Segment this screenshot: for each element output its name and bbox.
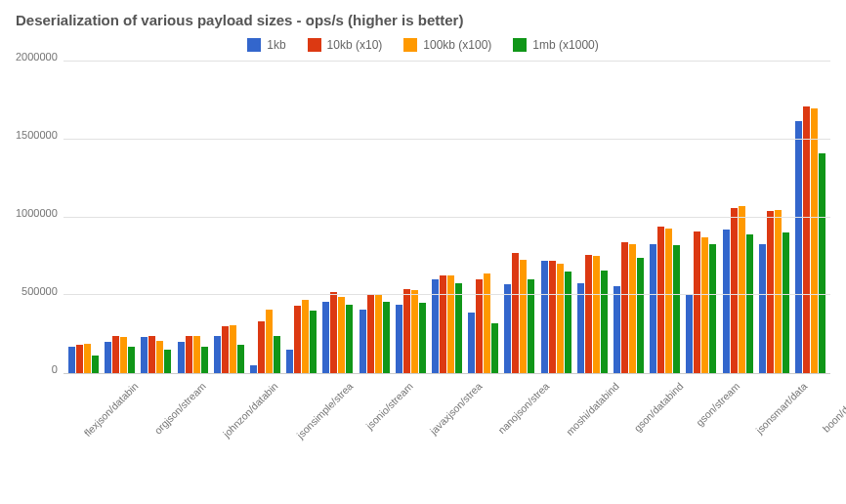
bar-group xyxy=(756,62,792,373)
bar xyxy=(694,231,700,373)
bar xyxy=(504,284,511,373)
legend-swatch xyxy=(513,38,527,52)
bar xyxy=(795,121,802,373)
bar xyxy=(759,244,766,373)
bar xyxy=(148,336,155,373)
bar-group xyxy=(683,62,719,373)
bar xyxy=(819,153,825,373)
bar-group xyxy=(393,62,429,373)
bar xyxy=(549,261,556,373)
chart-legend: 1kb10kb (x10)100kb (x100)1mb (x1000) xyxy=(16,38,830,52)
bar xyxy=(541,261,548,373)
legend-item: 10kb (x10) xyxy=(308,38,383,52)
bar xyxy=(128,347,135,373)
bar xyxy=(673,245,680,373)
x-label: jsonio/stream xyxy=(364,380,416,432)
bar xyxy=(585,255,592,373)
gridline xyxy=(63,294,830,295)
bar xyxy=(491,323,498,373)
bar-group xyxy=(211,62,247,373)
bar xyxy=(650,244,656,373)
bar xyxy=(709,244,716,373)
legend-item: 100kb (x100) xyxy=(403,38,491,52)
bar xyxy=(767,211,774,373)
bar xyxy=(186,336,192,373)
gridline xyxy=(63,139,830,140)
bar-group xyxy=(138,62,174,373)
bar-group xyxy=(65,62,102,373)
bar xyxy=(775,210,782,373)
bar xyxy=(621,242,628,373)
bar xyxy=(419,303,426,373)
bar xyxy=(141,337,148,373)
bar xyxy=(156,341,163,373)
legend-item: 1kb xyxy=(247,38,285,52)
bar xyxy=(447,275,454,373)
bar-group xyxy=(102,62,138,373)
bar xyxy=(455,283,462,374)
bar xyxy=(520,260,527,373)
gridline xyxy=(63,61,830,62)
bar-group xyxy=(719,62,755,373)
bar-group xyxy=(319,62,356,373)
x-label: nanojson/strea xyxy=(495,380,551,436)
bar-group xyxy=(792,62,828,373)
bar-group xyxy=(174,62,210,373)
y-axis: 2000000150000010000005000000 xyxy=(16,62,63,374)
bar xyxy=(120,337,127,373)
plot-wrapper: 2000000150000010000005000000 xyxy=(16,62,830,374)
bar xyxy=(811,108,818,373)
bar xyxy=(665,229,672,373)
bar xyxy=(330,292,337,373)
bar xyxy=(367,295,374,373)
legend-label: 10kb (x10) xyxy=(327,38,383,52)
x-label: jsonsmart/data xyxy=(753,380,809,436)
bar xyxy=(803,106,810,373)
bar xyxy=(360,310,366,373)
bar xyxy=(484,273,490,373)
bar xyxy=(322,302,329,373)
bar xyxy=(746,234,753,373)
legend-item: 1mb (x1000) xyxy=(513,38,598,52)
bar-group xyxy=(574,62,611,373)
legend-swatch xyxy=(403,38,417,52)
x-label: gson/databind xyxy=(631,380,685,434)
legend-label: 1mb (x1000) xyxy=(532,38,598,52)
bar xyxy=(92,356,99,373)
bar-group xyxy=(356,62,392,373)
bar-group xyxy=(429,62,465,373)
x-label: flexjson/databin xyxy=(81,380,140,439)
bar xyxy=(657,227,664,373)
bar xyxy=(565,272,571,373)
bar xyxy=(250,365,257,373)
bar xyxy=(164,350,171,373)
bar-group xyxy=(283,62,319,373)
bar xyxy=(468,313,475,373)
bar xyxy=(294,306,301,373)
bar xyxy=(723,230,730,373)
bar xyxy=(383,302,390,373)
bar xyxy=(512,253,519,373)
chart-title: Deserialization of various payload sizes… xyxy=(16,12,830,28)
bar xyxy=(214,336,221,373)
legend-label: 100kb (x100) xyxy=(423,38,491,52)
legend-label: 1kb xyxy=(267,38,285,52)
bar xyxy=(274,336,280,373)
bar xyxy=(601,271,608,373)
bar xyxy=(637,258,644,373)
bar xyxy=(731,208,738,373)
bars-container xyxy=(63,62,830,373)
bar xyxy=(629,244,636,373)
legend-swatch xyxy=(308,38,321,52)
bar xyxy=(310,311,317,373)
bar xyxy=(222,326,229,373)
x-axis: flexjson/databinorgjson/streamjohnzon/da… xyxy=(70,374,830,386)
bar xyxy=(701,237,708,373)
bar xyxy=(237,345,244,373)
x-label: moshi/databind xyxy=(564,380,621,438)
x-label: gson/stream xyxy=(694,380,741,428)
bar xyxy=(105,342,111,373)
bar xyxy=(201,347,208,373)
bar xyxy=(84,344,91,373)
bar xyxy=(557,264,564,373)
